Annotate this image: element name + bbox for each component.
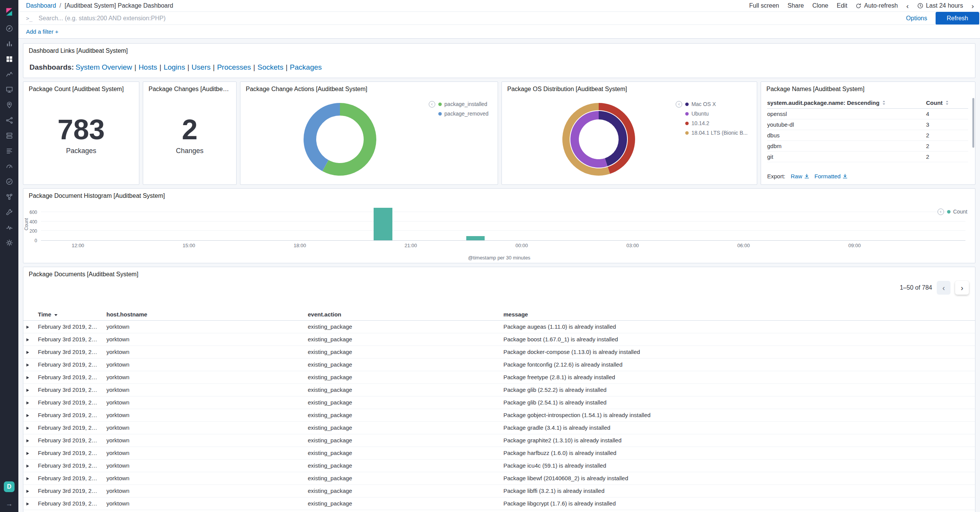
expand-row-button[interactable] [23, 409, 35, 422]
sidebar-item-dev-tools[interactable] [0, 204, 18, 220]
sidebar-item-visualize[interactable] [0, 36, 18, 51]
package-name-row[interactable]: gdbm2 [767, 141, 968, 152]
sidebar-item-infrastructure[interactable] [0, 128, 18, 143]
share-button[interactable]: Share [787, 2, 804, 9]
previous-page-button[interactable]: ‹ [937, 281, 951, 295]
package-name-row[interactable]: openssl4 [767, 109, 968, 119]
document-row[interactable]: February 3rd 2019, 22:40:04.121yorktowne… [23, 472, 975, 485]
dashboard-link-packages[interactable]: Packages [290, 63, 322, 71]
expand-row-button[interactable] [23, 384, 35, 396]
sidebar-item-logs[interactable] [0, 143, 18, 158]
time-forward-icon[interactable]: › [972, 2, 974, 10]
legend-item[interactable]: package_removed [438, 111, 488, 117]
expand-row-button[interactable] [23, 434, 35, 447]
dashboard-link-system-overview[interactable]: System Overview [75, 63, 132, 71]
collapse-nav-icon[interactable]: → [6, 500, 13, 508]
refresh-button[interactable]: Refresh [936, 12, 979, 25]
histogram-bar[interactable] [374, 208, 392, 240]
document-row[interactable]: February 3rd 2019, 22:40:04.121yorktowne… [23, 447, 975, 460]
sidebar-item-graph[interactable] [0, 189, 18, 204]
legend-item[interactable]: Mac OS X [685, 101, 748, 107]
next-page-button[interactable]: › [955, 281, 969, 295]
document-row[interactable]: February 3rd 2019, 22:40:04.121yorktowne… [23, 434, 975, 447]
breadcrumb-dashboard-link[interactable]: Dashboard [26, 2, 56, 9]
clone-button[interactable]: Clone [812, 2, 828, 9]
column-header-host[interactable]: host.hostname [103, 308, 305, 321]
expand-row-button[interactable] [23, 321, 35, 333]
dashboard-link-hosts[interactable]: Hosts [139, 63, 157, 71]
sort-icon[interactable] [945, 100, 949, 105]
legend-toggle-icon[interactable]: ‹ [938, 209, 944, 215]
export-formatted-link[interactable]: Formatted [815, 173, 848, 179]
column-header-message[interactable]: message [500, 308, 975, 321]
space-badge[interactable]: D [4, 481, 15, 492]
full-screen-button[interactable]: Full screen [749, 2, 779, 9]
legend-item[interactable]: 18.04.1 LTS (Bionic B... [685, 130, 748, 136]
document-row[interactable]: February 3rd 2019, 22:40:04.121yorktowne… [23, 346, 975, 359]
document-row[interactable]: February 3rd 2019, 22:40:04.121yorktowne… [23, 321, 975, 333]
document-row[interactable]: February 3rd 2019, 22:40:04.121yorktowne… [23, 497, 975, 510]
expand-row-button[interactable] [23, 422, 35, 434]
dashboard-link-processes[interactable]: Processes [217, 63, 251, 71]
panel-scrollbar[interactable] [972, 98, 974, 148]
expand-row-button[interactable] [23, 333, 35, 346]
package-name-row[interactable]: git2 [767, 152, 968, 162]
time-picker-button[interactable]: Last 24 hours [917, 2, 963, 9]
expand-row-button[interactable] [23, 371, 35, 384]
sidebar-item-canvas[interactable] [0, 82, 18, 97]
count-column-header[interactable]: Count [926, 99, 968, 106]
sidebar-item-management[interactable] [0, 235, 18, 250]
sidebar-item-apm[interactable] [0, 158, 18, 174]
expand-row-button[interactable] [23, 460, 35, 472]
sidebar-item-discover[interactable] [0, 21, 18, 36]
legend-toggle-icon[interactable]: ‹ [429, 101, 435, 108]
dashboard-link-sockets[interactable]: Sockets [258, 63, 284, 71]
legend-item[interactable]: Count [947, 209, 967, 215]
legend-item[interactable]: package_installed [438, 101, 488, 107]
sidebar-item-monitoring[interactable] [0, 220, 18, 235]
expand-row-button[interactable] [23, 396, 35, 409]
expand-row-button[interactable] [23, 497, 35, 510]
search-input[interactable] [38, 15, 898, 22]
document-row[interactable]: February 3rd 2019, 22:40:04.121yorktowne… [23, 409, 975, 422]
document-row[interactable]: February 3rd 2019, 22:40:04.121yorktowne… [23, 485, 975, 497]
name-column-header[interactable]: system.audit.package.name: Descending [767, 99, 926, 106]
legend-item[interactable]: Ubuntu [685, 111, 748, 117]
column-header-action[interactable]: event.action [305, 308, 500, 321]
sidebar-item-uptime[interactable] [0, 174, 18, 189]
legend-toggle-icon[interactable]: ‹ [676, 101, 682, 108]
time-back-icon[interactable]: ‹ [906, 2, 908, 10]
dashboard-link-logins[interactable]: Logins [163, 63, 185, 71]
sort-icon[interactable] [882, 100, 886, 105]
document-row[interactable]: February 3rd 2019, 22:40:04.121yorktowne… [23, 510, 975, 512]
document-row[interactable]: February 3rd 2019, 22:40:04.121yorktowne… [23, 384, 975, 396]
expand-row-button[interactable] [23, 447, 35, 460]
edit-button[interactable]: Edit [837, 2, 848, 9]
options-link[interactable]: Options [906, 15, 927, 22]
histogram-bar[interactable] [466, 236, 485, 240]
expand-row-button[interactable] [23, 346, 35, 359]
expand-row-button[interactable] [23, 472, 35, 485]
auto-refresh-button[interactable]: Auto-refresh [856, 2, 898, 9]
kibana-logo[interactable] [0, 3, 18, 21]
add-filter-link[interactable]: Add a filter + [26, 28, 59, 35]
expand-row-button[interactable] [23, 485, 35, 497]
expand-row-button[interactable] [23, 359, 35, 371]
sidebar-item-timelion[interactable] [0, 67, 18, 82]
dashboard-link-users[interactable]: Users [191, 63, 211, 71]
document-row[interactable]: February 3rd 2019, 22:40:04.121yorktowne… [23, 359, 975, 371]
sidebar-item-maps[interactable] [0, 97, 18, 113]
package-name-row[interactable]: youtube-dl3 [767, 119, 968, 130]
document-row[interactable]: February 3rd 2019, 22:40:04.121yorktowne… [23, 333, 975, 346]
document-row[interactable]: February 3rd 2019, 22:40:04.121yorktowne… [23, 460, 975, 472]
document-row[interactable]: February 3rd 2019, 22:40:04.121yorktowne… [23, 422, 975, 434]
column-header-time[interactable]: Time [35, 308, 103, 321]
donut-slice-package-removed[interactable] [304, 103, 340, 171]
document-row[interactable]: February 3rd 2019, 22:40:04.121yorktowne… [23, 371, 975, 384]
legend-item[interactable]: 10.14.2 [685, 120, 748, 126]
export-raw-link[interactable]: Raw [791, 173, 809, 179]
document-row[interactable]: February 3rd 2019, 22:40:04.121yorktowne… [23, 396, 975, 409]
expand-row-button[interactable] [23, 510, 35, 512]
sidebar-item-machine-learning[interactable] [0, 113, 18, 128]
package-name-row[interactable]: dbus2 [767, 130, 968, 141]
